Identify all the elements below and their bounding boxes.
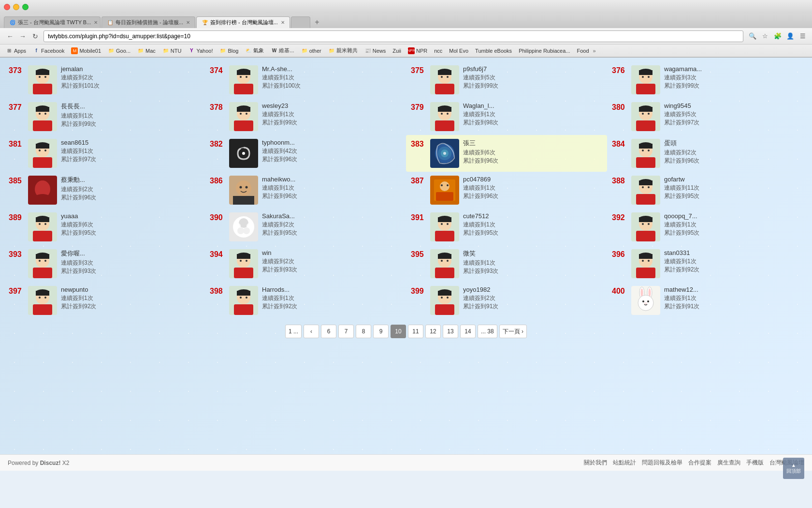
- close-button[interactable]: [4, 4, 10, 10]
- rank-name[interactable]: gofartw: [664, 176, 803, 183]
- footer-cooperate[interactable]: 合作提案: [688, 459, 711, 467]
- back-button[interactable]: ←: [4, 30, 16, 43]
- rank-item-385[interactable]: 385 蔡秉勳... 連續簽到2次 累計簽到96次: [4, 172, 205, 209]
- footer-mobile[interactable]: 手機版: [746, 459, 764, 467]
- rank-name[interactable]: yuaaa: [61, 212, 200, 220]
- rank-name[interactable]: stan0331: [664, 249, 803, 256]
- bookmark-wiki[interactable]: W 維基...: [268, 46, 297, 55]
- rank-item-375[interactable]: 375 p9sfu6j7 連續簽到5次 累計簽到99次: [406, 61, 607, 98]
- rank-name[interactable]: qooopq_7...: [664, 212, 803, 220]
- rank-item-388[interactable]: 388 gofartw 連續簽到11次 累計簽到95次: [607, 172, 808, 209]
- footer-report[interactable]: 問題回報及檢舉: [642, 459, 682, 467]
- rank-name[interactable]: wing9545: [664, 102, 803, 109]
- rank-name[interactable]: 蔡秉勳...: [61, 176, 200, 184]
- rank-item-382[interactable]: 382 typhoonm... 連續簽到42次 累計簽到96次: [205, 135, 406, 172]
- bookmark-news[interactable]: 📰 News: [362, 46, 389, 55]
- rank-item-391[interactable]: 391 cute7512 連續簽到1次 累計簽到95次: [406, 209, 607, 245]
- rank-item-386[interactable]: 386 maheikwo... 連續簽到1次 累計簽到96次: [205, 172, 406, 209]
- bookmark-ncc[interactable]: ncc: [431, 47, 445, 55]
- rank-name[interactable]: win: [262, 249, 401, 256]
- page-btn-6[interactable]: 6: [321, 325, 336, 338]
- rank-item-398[interactable]: 398 Harrods... 連續簽到1次 累計簽到92次: [205, 282, 406, 319]
- rank-item-387[interactable]: 387 pc047869 連續簽到1次 累計簽到96次: [406, 172, 607, 209]
- page-btn-...38[interactable]: ... 38: [478, 325, 497, 338]
- tab-3[interactable]: 🏆 簽到排行榜 - 台灣颱風論壇... ✕: [196, 16, 290, 28]
- search-icon[interactable]: 🔍: [747, 31, 758, 42]
- rank-item-378[interactable]: 378 wesley23 連續簽到1次 累計簽到99次: [205, 98, 406, 135]
- bookmark-yahoo[interactable]: Y Yahoo!: [185, 46, 216, 55]
- bookmark-mac[interactable]: 📁 Mac: [134, 46, 159, 55]
- rank-item-389[interactable]: 389 yuaaa 連續簽到6次 累計簽到95次: [4, 209, 205, 245]
- bookmark-weather[interactable]: ⛅ 氣象: [242, 46, 267, 55]
- bookmark-food[interactable]: Food: [574, 47, 592, 55]
- rank-item-384[interactable]: 384 蛋頭 連續簽到2次 累計簽到96次: [607, 135, 808, 172]
- tab-3-close[interactable]: ✕: [281, 20, 285, 25]
- rank-name[interactable]: 愛你喔...: [61, 249, 200, 258]
- rank-name[interactable]: 蛋頭: [664, 139, 803, 148]
- rank-item-379[interactable]: 379 Waglan_l... 連續簽到1次 累計簽到98次: [406, 98, 607, 135]
- rank-name[interactable]: sean8615: [61, 139, 200, 146]
- bookmark-apps[interactable]: ⊞ Apps: [3, 46, 29, 55]
- rank-item-380[interactable]: 380 wing9545 連續簽到5次 累計簽到97次: [607, 98, 808, 135]
- bookmark-philippine[interactable]: Philippine Rubiacea...: [516, 47, 573, 55]
- page-btn-14[interactable]: 14: [460, 325, 476, 338]
- rank-name[interactable]: 長長長...: [61, 102, 200, 111]
- bookmarks-more[interactable]: »: [593, 48, 596, 54]
- bookmark-goo[interactable]: 📁 Goo...: [105, 46, 133, 55]
- bookmark-qinmi[interactable]: 📁 親米雜共: [325, 46, 361, 55]
- footer-stats[interactable]: 站點統計: [613, 459, 636, 467]
- page-btn-7[interactable]: 7: [338, 325, 354, 338]
- rank-name[interactable]: SakuraSa...: [262, 212, 401, 220]
- bookmark-zuii[interactable]: Zuii: [390, 47, 404, 55]
- tab-2[interactable]: 📋 每日簽到補償措施 - 論壇服... ✕: [102, 16, 195, 28]
- rank-item-395[interactable]: 395 微笑 連續簽到1次 累計簽到93次: [406, 245, 607, 282]
- bookmark-ntu[interactable]: 📁 NTU: [160, 46, 185, 55]
- tab-4[interactable]: [291, 16, 310, 28]
- page-btn-‹[interactable]: ‹: [304, 325, 319, 338]
- rank-name[interactable]: 張三: [463, 139, 602, 148]
- rank-name[interactable]: p9sfu6j7: [463, 65, 602, 73]
- rank-item-396[interactable]: 396 stan0331 連續簽到1次 累計簽到92次: [607, 245, 808, 282]
- page-btn-12[interactable]: 12: [425, 325, 441, 338]
- page-btn-13[interactable]: 13: [443, 325, 458, 338]
- page-btn-1...[interactable]: 1 ...: [285, 325, 302, 338]
- page-btn-10[interactable]: 10: [391, 325, 406, 338]
- refresh-button[interactable]: ↻: [29, 30, 42, 43]
- rank-name[interactable]: Waglan_l...: [463, 102, 602, 109]
- rank-item-376[interactable]: 376 wagamama... 連續簽到3次 累計簽到99次: [607, 61, 808, 98]
- minimize-button[interactable]: [13, 4, 19, 10]
- rank-item-392[interactable]: 392 qooopq_7... 連續簽到1次 累計簽到95次: [607, 209, 808, 245]
- page-btn-11[interactable]: 11: [408, 325, 423, 338]
- rank-name[interactable]: maheikwo...: [262, 176, 401, 183]
- bookmark-molevo[interactable]: Mol Evo: [446, 47, 471, 55]
- address-bar[interactable]: [44, 30, 743, 42]
- maximize-button[interactable]: [22, 4, 29, 10]
- bookmark-tumble[interactable]: Tumble eBooks: [472, 47, 515, 55]
- menu-icon[interactable]: ☰: [798, 31, 808, 42]
- new-tab-button[interactable]: +: [311, 16, 323, 28]
- rank-item-399[interactable]: 399 yoyo1982 連續簽到2次 累計簽到91次: [406, 282, 607, 319]
- rank-name[interactable]: 微笑: [463, 249, 602, 258]
- rank-item-381[interactable]: 381 sean8615 連續簽到1次 累計簽到97次: [4, 135, 205, 172]
- bookmark-npr[interactable]: NPR NPR: [405, 46, 430, 55]
- page-btn-8[interactable]: 8: [356, 325, 371, 338]
- rank-name[interactable]: Mr.A-she...: [262, 65, 401, 73]
- rank-name[interactable]: mathew12...: [664, 286, 803, 293]
- star-icon[interactable]: ☆: [760, 31, 770, 42]
- footer-about[interactable]: 關於我們: [584, 459, 607, 467]
- page-btn-下一頁›[interactable]: 下一頁 ›: [499, 325, 527, 338]
- rank-name[interactable]: Harrods...: [262, 286, 401, 293]
- forward-button[interactable]: →: [16, 30, 29, 43]
- bookmark-blog[interactable]: 📁 Blog: [217, 46, 241, 55]
- rank-name[interactable]: wesley23: [262, 102, 401, 109]
- rank-name[interactable]: wagamama...: [664, 65, 803, 73]
- user-icon[interactable]: 👤: [785, 31, 796, 42]
- bookmark-facebook[interactable]: f Facebook: [30, 46, 67, 55]
- rank-item-373[interactable]: 373 jemalan 連續簽到2次 累計簽到101次: [4, 61, 205, 98]
- extension-icon[interactable]: 🧩: [772, 31, 783, 42]
- page-btn-9[interactable]: 9: [373, 325, 389, 338]
- rank-name[interactable]: typhoonm...: [262, 139, 401, 146]
- rank-name[interactable]: newpunto: [61, 286, 200, 293]
- bookmark-other[interactable]: 📁 other: [298, 46, 324, 55]
- back-to-top-button[interactable]: ▲ 回頂部: [783, 458, 804, 479]
